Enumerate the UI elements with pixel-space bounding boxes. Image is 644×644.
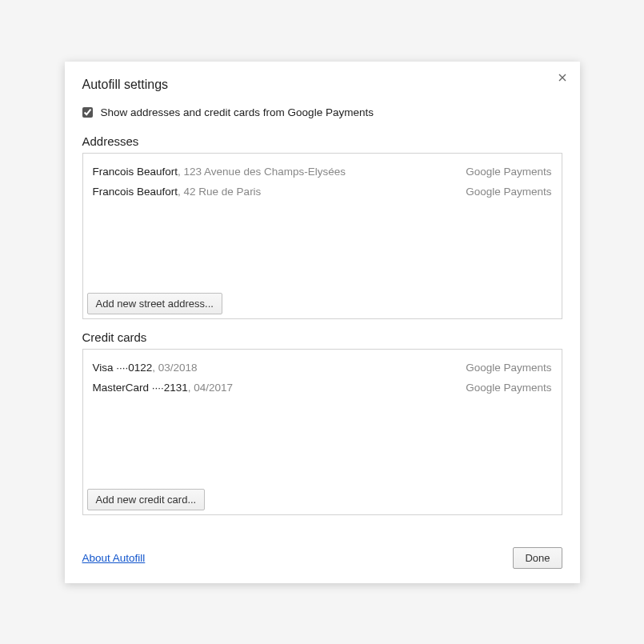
add-credit-card-button[interactable]: Add new credit card... bbox=[87, 489, 206, 510]
credit-cards-heading: Credit cards bbox=[82, 330, 562, 344]
card-source: Google Payments bbox=[466, 382, 551, 394]
autofill-settings-dialog: Autofill settings Show addresses and cre… bbox=[65, 62, 580, 583]
show-google-payments-checkbox[interactable] bbox=[82, 107, 93, 118]
credit-card-item[interactable]: MasterCard ····2131 , 04/2017 Google Pay… bbox=[93, 378, 552, 398]
card-source: Google Payments bbox=[466, 362, 551, 374]
card-detail: , 03/2018 bbox=[152, 362, 197, 374]
card-name: MasterCard ····2131 bbox=[93, 382, 188, 394]
show-google-payments-label: Show addresses and credit cards from Goo… bbox=[101, 106, 374, 118]
address-name: Francois Beaufort bbox=[93, 166, 178, 178]
address-detail: , 123 Avenue des Champs-Elysées bbox=[178, 166, 346, 178]
credit-cards-list: Visa ····0122 , 03/2018 Google Payments … bbox=[83, 350, 562, 406]
credit-cards-list-box: Visa ····0122 , 03/2018 Google Payments … bbox=[82, 349, 562, 515]
card-detail: , 04/2017 bbox=[188, 382, 233, 394]
done-button[interactable]: Done bbox=[513, 547, 562, 569]
credit-card-item[interactable]: Visa ····0122 , 03/2018 Google Payments bbox=[93, 358, 552, 378]
addresses-list-box: Francois Beaufort , 123 Avenue des Champ… bbox=[82, 153, 562, 319]
dialog-title: Autofill settings bbox=[82, 78, 562, 92]
show-google-payments-row: Show addresses and credit cards from Goo… bbox=[82, 106, 562, 118]
close-icon[interactable] bbox=[556, 71, 569, 84]
address-source: Google Payments bbox=[466, 166, 551, 178]
address-detail: , 42 Rue de Paris bbox=[178, 186, 261, 198]
address-item[interactable]: Francois Beaufort , 42 Rue de Paris Goog… bbox=[93, 182, 552, 202]
address-name: Francois Beaufort bbox=[93, 186, 178, 198]
address-item[interactable]: Francois Beaufort , 123 Avenue des Champ… bbox=[93, 162, 552, 182]
card-name: Visa ····0122 bbox=[93, 362, 153, 374]
add-address-button[interactable]: Add new street address... bbox=[87, 293, 222, 314]
addresses-heading: Addresses bbox=[82, 134, 562, 148]
dialog-footer: About Autofill Done bbox=[82, 547, 562, 569]
addresses-list: Francois Beaufort , 123 Avenue des Champ… bbox=[83, 154, 562, 210]
about-autofill-link[interactable]: About Autofill bbox=[82, 552, 146, 564]
address-source: Google Payments bbox=[466, 186, 551, 198]
